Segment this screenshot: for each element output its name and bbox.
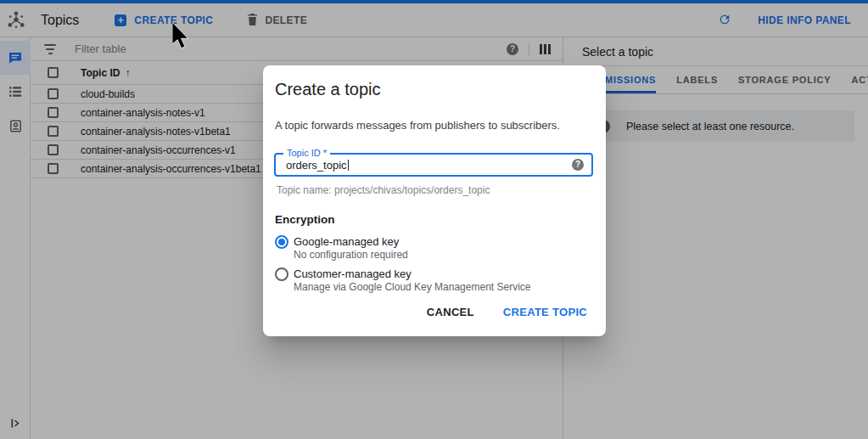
dialog-actions: CANCEL CREATE TOPIC	[427, 306, 587, 318]
dialog-title: Create a topic	[275, 80, 381, 99]
create-topic-submit-button[interactable]: CREATE TOPIC	[503, 306, 587, 318]
customer-managed-key-label[interactable]: Customer-managed key	[294, 267, 412, 280]
topic-name-helper: Topic name: projects/chivas/topics/order…	[277, 184, 490, 196]
mouse-cursor	[172, 22, 193, 53]
text-caret	[348, 160, 349, 171]
dialog-description: A topic forwards messages from publisher…	[275, 119, 560, 132]
create-topic-dialog: Create a topic A topic forwards messages…	[263, 65, 606, 336]
field-help-icon[interactable]: ?	[572, 159, 584, 171]
radio-google-managed-key[interactable]	[275, 235, 288, 249]
topic-id-input[interactable]: orders_topic	[286, 159, 349, 172]
cancel-button[interactable]: CANCEL	[427, 306, 474, 318]
google-managed-key-sublabel: No configuration required	[294, 249, 408, 261]
encryption-heading: Encryption	[275, 213, 335, 226]
topic-id-field-label: Topic ID *	[283, 148, 330, 158]
pubsub-topics-screen: Topics + CREATE TOPIC DELETE HIDE INFO P…	[0, 0, 868, 439]
topic-id-field[interactable]: Topic ID * orders_topic ?	[274, 153, 593, 177]
customer-managed-key-sublabel: Manage via Google Cloud Key Management S…	[294, 281, 531, 293]
google-managed-key-label[interactable]: Google-managed key	[294, 235, 399, 248]
radio-customer-managed-key[interactable]	[275, 267, 288, 281]
